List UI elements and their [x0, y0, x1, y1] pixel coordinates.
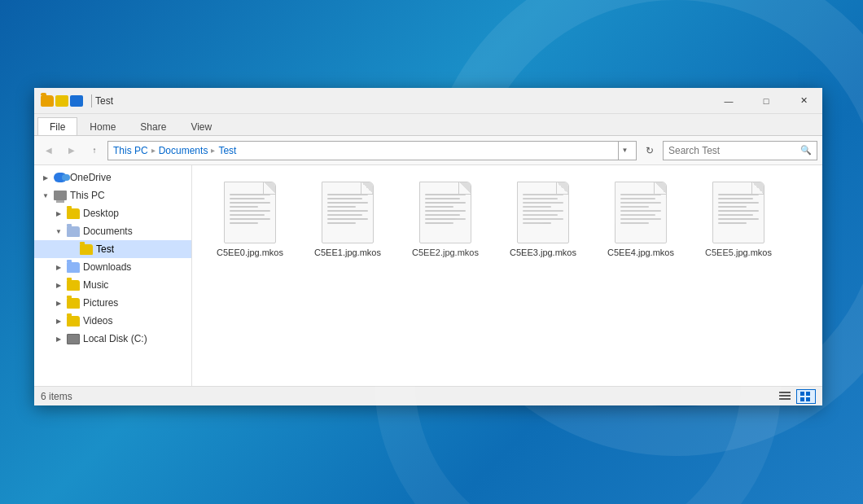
file-icon	[615, 182, 667, 243]
window-title: Test	[95, 95, 710, 107]
ribbon-tabs: File Home Share View	[34, 114, 822, 135]
file-item[interactable]: C5EE1.jpg.mkos	[303, 178, 392, 261]
sidebar-item-test[interactable]: Test	[34, 240, 191, 258]
title-bar-icons	[41, 95, 83, 107]
large-icons-view-button[interactable]	[796, 389, 816, 404]
music-folder-icon	[67, 279, 80, 291]
breadcrumb-test[interactable]: Test	[218, 145, 236, 156]
title-separator	[91, 94, 92, 107]
svg-rect-5	[800, 397, 804, 401]
details-view-button[interactable]	[775, 389, 795, 404]
expand-videos[interactable]: ▶	[54, 316, 64, 326]
sidebar-label-pictures: Pictures	[83, 297, 118, 309]
expand-downloads[interactable]: ▶	[54, 262, 64, 272]
sidebar-label-documents: Documents	[83, 226, 133, 237]
up-button[interactable]: ↑	[85, 141, 104, 160]
pictures-folder-icon	[67, 297, 80, 309]
sidebar-label-onedrive: OneDrive	[70, 172, 112, 183]
file-name: C5EE1.jpg.mkos	[314, 247, 381, 258]
file-icon	[224, 182, 276, 243]
large-icons-view-icon	[800, 392, 812, 401]
item-count: 6 items	[41, 391, 72, 402]
expand-this-pc[interactable]: ▼	[41, 191, 50, 200]
tab-file[interactable]: File	[37, 117, 77, 135]
breadcrumb-documents[interactable]: Documents	[159, 145, 208, 156]
search-icon[interactable]: 🔍	[800, 145, 812, 156]
file-item[interactable]: C5EE0.jpg.mkos	[205, 178, 295, 261]
sidebar-item-videos[interactable]: ▶ Videos	[34, 312, 191, 330]
close-button[interactable]: ✕	[785, 88, 822, 114]
address-dropdown[interactable]: ▼	[618, 141, 631, 160]
view-buttons	[775, 389, 816, 404]
forward-button[interactable]: ▶	[62, 141, 81, 160]
file-item[interactable]: C5EE3.jpg.mkos	[498, 178, 588, 261]
sidebar-item-local-disk[interactable]: ▶ Local Disk (C:)	[34, 330, 191, 348]
sidebar-item-downloads[interactable]: ▶ Downloads	[34, 258, 191, 276]
status-bar: 6 items	[34, 386, 822, 405]
svg-rect-1	[779, 395, 791, 397]
title-small-icon	[55, 95, 68, 107]
maximize-button[interactable]: □	[747, 88, 785, 114]
tab-view[interactable]: View	[178, 117, 224, 135]
file-name: C5EE4.jpg.mkos	[607, 247, 674, 258]
sidebar-item-music[interactable]: ▶ Music	[34, 276, 191, 294]
expand-pictures[interactable]: ▶	[54, 298, 64, 308]
window-controls: — □ ✕	[710, 88, 822, 114]
title-blue-icon	[70, 95, 83, 107]
svg-rect-4	[806, 392, 810, 396]
file-lines	[523, 194, 563, 239]
back-button[interactable]: ◀	[39, 141, 59, 160]
breadcrumb-this-pc[interactable]: This PC	[113, 145, 148, 156]
expand-desktop[interactable]: ▶	[54, 208, 64, 218]
sidebar-item-this-pc[interactable]: ▼ This PC	[34, 186, 191, 204]
expand-music[interactable]: ▶	[54, 280, 64, 290]
sidebar-item-documents[interactable]: ▼ Documents	[34, 222, 191, 240]
file-name: C5EE3.jpg.mkos	[510, 247, 576, 258]
sidebar-item-pictures[interactable]: ▶ Pictures	[34, 294, 191, 312]
breadcrumb-sep-2: ▸	[211, 146, 215, 155]
downloads-folder-icon	[67, 261, 80, 273]
expand-onedrive[interactable]: ▶	[41, 173, 50, 182]
expand-local-disk[interactable]: ▶	[54, 334, 64, 344]
sidebar-label-music: Music	[83, 279, 108, 291]
file-item[interactable]: C5EE5.jpg.mkos	[694, 178, 783, 261]
sidebar-label-downloads: Downloads	[83, 261, 131, 273]
sidebar-label-videos: Videos	[83, 315, 112, 327]
file-name: C5EE5.jpg.mkos	[705, 247, 772, 258]
svg-rect-2	[779, 398, 791, 400]
file-name: C5EE0.jpg.mkos	[217, 247, 283, 258]
tab-share[interactable]: Share	[128, 117, 178, 135]
videos-folder-icon	[67, 315, 80, 327]
sidebar: ▶ OneDrive ▼ This PC ▶ Desktop	[34, 165, 192, 386]
file-lines	[230, 194, 270, 239]
file-lines	[620, 194, 661, 239]
sidebar-item-onedrive[interactable]: ▶ OneDrive	[34, 169, 191, 186]
address-box[interactable]: This PC ▸ Documents ▸ Test ▼	[107, 141, 637, 160]
file-name: C5EE2.jpg.mkos	[412, 247, 479, 258]
details-view-icon	[779, 392, 791, 401]
file-lines	[425, 194, 466, 239]
title-bar: Test — □ ✕	[34, 88, 822, 114]
file-item[interactable]: C5EE4.jpg.mkos	[596, 178, 686, 261]
pc-icon	[54, 190, 67, 201]
disk-icon	[67, 333, 80, 344]
onedrive-icon	[54, 172, 67, 183]
sidebar-label-desktop: Desktop	[83, 208, 119, 219]
sidebar-item-desktop[interactable]: ▶ Desktop	[34, 204, 191, 222]
expand-documents[interactable]: ▼	[54, 226, 64, 236]
test-folder-icon	[80, 243, 93, 255]
svg-rect-0	[779, 392, 791, 393]
main-area: ▶ OneDrive ▼ This PC ▶ Desktop	[34, 165, 822, 386]
search-input[interactable]	[668, 145, 797, 156]
tab-home[interactable]: Home	[77, 117, 128, 135]
title-folder-icon	[41, 95, 54, 107]
refresh-button[interactable]: ↻	[640, 141, 659, 160]
minimize-button[interactable]: —	[710, 88, 747, 114]
file-icon	[419, 182, 471, 243]
svg-rect-6	[806, 397, 810, 401]
documents-folder-icon	[67, 226, 80, 237]
file-item[interactable]: C5EE2.jpg.mkos	[401, 178, 490, 261]
search-box[interactable]: 🔍	[663, 141, 817, 160]
sidebar-label-local-disk: Local Disk (C:)	[83, 333, 147, 344]
breadcrumb: This PC ▸ Documents ▸ Test	[113, 145, 618, 156]
